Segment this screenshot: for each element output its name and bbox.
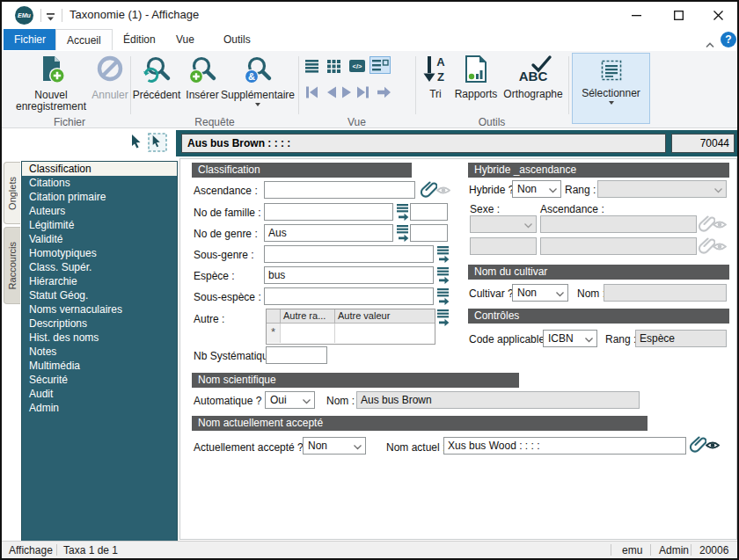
previous-search-icon — [142, 55, 172, 87]
record-number: 70044 — [671, 134, 735, 153]
group-label-fichier: Fichier — [9, 116, 130, 128]
view-record-icon[interactable] — [436, 184, 450, 200]
nav-goto-button[interactable] — [374, 84, 393, 100]
code-applicable-select[interactable]: ICBN — [543, 330, 597, 347]
view-code-icon[interactable]: </> — [348, 58, 367, 74]
section-header-nom-accepte: Nom actuellement accepté — [192, 416, 648, 431]
sidebar-item-class-super[interactable]: Class. Supér. — [22, 260, 177, 274]
previous-button[interactable]: Précédent — [132, 55, 181, 101]
help-button[interactable]: ? — [721, 32, 736, 47]
sidebar-item-audit[interactable]: Audit — [22, 387, 177, 401]
nav-last-button[interactable] — [353, 84, 372, 100]
sidebar-item-hist-des-noms[interactable]: Hist. des noms — [22, 331, 177, 345]
maximize-button[interactable] — [660, 2, 697, 28]
sexe-label: Sexe : — [470, 203, 500, 215]
side-tab-onglets[interactable]: Onglets — [4, 162, 20, 224]
sidebar-item-auteurs[interactable]: Auteurs — [22, 204, 177, 218]
sidebar-item-notes[interactable]: Notes — [22, 345, 177, 359]
sidebar-item-validite[interactable]: Validité — [22, 232, 177, 246]
sidebar-item-noms-vernaculaires[interactable]: Noms vernaculaires — [22, 302, 177, 316]
nav-first-button[interactable] — [302, 84, 321, 100]
lookup-list-icon[interactable] — [436, 309, 450, 330]
lookup-list-icon[interactable] — [436, 245, 450, 266]
close-button[interactable] — [699, 2, 736, 28]
view-form-icon[interactable] — [370, 56, 391, 74]
sous-genre-input[interactable] — [264, 245, 434, 263]
group-separator — [130, 56, 131, 114]
espece-input[interactable] — [264, 266, 434, 284]
hybride-rang-select — [597, 180, 727, 198]
sidebar-item-admin[interactable]: Admin — [22, 401, 177, 415]
lookup-list-icon[interactable] — [436, 287, 450, 309]
sidebar-item-securite[interactable]: Sécurité — [22, 373, 177, 387]
collapse-ribbon-icon[interactable] — [705, 36, 715, 52]
genre-code-input[interactable] — [410, 224, 448, 242]
sidebar-item-citation-primaire[interactable]: Citation primaire — [22, 190, 177, 204]
lookup-list-icon[interactable] — [396, 224, 409, 245]
nb-systematique-input[interactable] — [266, 346, 327, 364]
sort-button[interactable]: AZ Tri — [419, 55, 452, 100]
nom-actuel-input[interactable] — [443, 437, 686, 455]
nb-systematique-label: Nb Systématique — [194, 350, 274, 362]
side-tab-raccourcis[interactable]: Raccourcis — [4, 227, 20, 304]
app-logo-icon[interactable]: EMu — [15, 6, 33, 25]
tab-fichier[interactable]: Fichier — [4, 29, 56, 50]
automatique-select[interactable]: Oui — [265, 391, 315, 409]
sous-espece-input[interactable] — [264, 287, 434, 305]
tab-accueil[interactable]: Accueil — [55, 29, 113, 50]
sidebar-item-classification[interactable]: Classification — [22, 162, 177, 176]
tab-outils[interactable]: Outils — [213, 29, 261, 50]
sidebar-item-homotypiques[interactable]: Homotypiques — [22, 246, 177, 260]
lookup-list-icon[interactable] — [436, 266, 450, 287]
reports-button[interactable]: Rapports — [452, 55, 500, 100]
hybride-select[interactable]: Non — [512, 180, 561, 198]
autre-value-cell[interactable] — [335, 324, 435, 343]
lookup-list-icon[interactable] — [396, 203, 409, 224]
actuellement-accepte-select[interactable]: Non — [303, 437, 366, 455]
cancel-button[interactable]: Annuler — [90, 55, 130, 101]
group-separator — [568, 56, 569, 114]
spelling-button[interactable]: ABC Orthographe — [500, 55, 567, 100]
automatique-label: Automatique ? — [194, 395, 261, 407]
sidebar-item-hierarchie[interactable]: Hiérarchie — [22, 274, 177, 288]
famille-input[interactable] — [264, 203, 393, 221]
window-title: Taxonomie (1) - Affichage — [70, 8, 199, 21]
hybride-rang-label: Rang : — [565, 184, 596, 196]
tab-edition[interactable]: Édition — [113, 29, 166, 50]
ribbon: Nouvel enregistrement Annuler Précédent … — [2, 51, 737, 128]
cultivar-nom-input — [604, 284, 727, 302]
sidebar-item-citations[interactable]: Citations — [22, 176, 177, 190]
sidebar-item-multimedia[interactable]: Multimédia — [22, 359, 177, 373]
insert-label: Insérer — [186, 90, 218, 101]
attach-icon[interactable] — [420, 180, 437, 201]
sidebar-item-statut-geog[interactable]: Statut Géog. — [22, 288, 177, 302]
nom-actuel-label: Nom actuel : — [386, 441, 445, 454]
pointer-tool-icon[interactable] — [130, 135, 144, 153]
autre-rank-cell[interactable] — [281, 324, 335, 343]
genre-input[interactable] — [264, 224, 393, 242]
sidebar-item-legitimite[interactable]: Légitimité — [22, 218, 177, 232]
view-record-icon[interactable] — [706, 439, 720, 455]
attach-icon[interactable] — [689, 435, 706, 456]
sidebar-item-descriptions[interactable]: Descriptions — [22, 316, 177, 331]
view-list-icon[interactable] — [303, 58, 322, 74]
autre-table: Autre ra... Autre valeur * — [266, 309, 435, 345]
sous-espece-label: Sous-espèce : — [194, 291, 261, 303]
marquee-select-icon[interactable] — [148, 133, 167, 156]
insert-button[interactable]: Insérer — [183, 55, 222, 101]
ascendance-input[interactable] — [264, 181, 415, 199]
famille-code-input[interactable] — [410, 203, 448, 221]
view-record-icon — [713, 218, 727, 234]
tab-vue[interactable]: Vue — [165, 29, 205, 50]
autre-row-header — [267, 309, 281, 323]
view-grid-icon[interactable] — [325, 58, 344, 74]
cultivar-select[interactable]: Non — [512, 284, 568, 302]
minimize-button[interactable] — [618, 2, 655, 28]
select-button[interactable]: Sélectionner — [572, 53, 650, 124]
new-record-button[interactable]: Nouvel enregistrement — [9, 55, 93, 113]
group-label-outils: Outils — [416, 116, 567, 128]
autre-new-row-marker[interactable]: * — [267, 324, 281, 343]
status-separator — [691, 544, 691, 556]
additional-button[interactable]: & Supplémentaire — [220, 55, 296, 106]
quick-access-dropdown-icon[interactable] — [46, 10, 56, 25]
